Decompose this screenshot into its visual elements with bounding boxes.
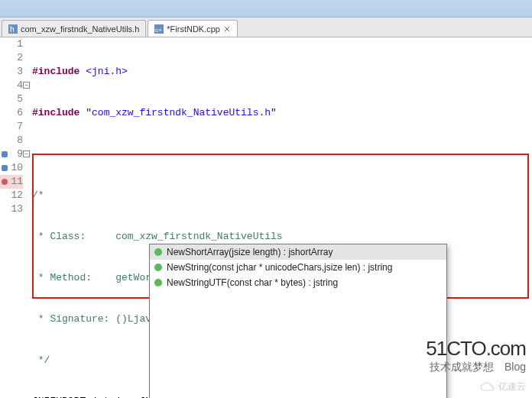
tab-firstndk-cpp[interactable]: c+ *FirstNDK.cpp bbox=[148, 20, 238, 37]
tab-label: *FirstNDK.cpp bbox=[167, 24, 220, 34]
method-icon bbox=[154, 279, 162, 286]
window-titlebar bbox=[0, 0, 532, 18]
line-number: 3 bbox=[0, 65, 23, 79]
code-line: #include "com_xzw_firstndk_NativeUtils.h… bbox=[32, 106, 532, 120]
content-assist-item[interactable]: NewString(const jchar * unicodeChars,jsi… bbox=[150, 260, 446, 275]
line-number: 7 bbox=[0, 120, 23, 134]
line-number: 9 bbox=[0, 147, 23, 161]
method-icon bbox=[154, 264, 162, 271]
line-number: 5 bbox=[0, 92, 23, 106]
line-number: 12 bbox=[0, 189, 23, 202]
h-file-icon: h bbox=[8, 24, 18, 34]
content-assist-list: NewShortArray(jsize length) : jshortArra… bbox=[150, 244, 446, 398]
line-number: 4 bbox=[0, 79, 23, 92]
line-number: 11 bbox=[0, 175, 23, 189]
svg-text:h: h bbox=[10, 25, 15, 34]
cpp-file-icon: c+ bbox=[154, 24, 164, 34]
content-assist-popup[interactable]: NewShortArray(jsize length) : jshortArra… bbox=[149, 244, 447, 398]
line-number: 2 bbox=[0, 51, 23, 65]
svg-text:c+: c+ bbox=[155, 27, 162, 34]
code-line: /* bbox=[32, 189, 532, 202]
assist-label: NewStringUTF(const char * bytes) : jstri… bbox=[167, 277, 338, 288]
line-number: 1 bbox=[0, 37, 23, 51]
assist-label: NewString(const jchar * unicodeChars,jsi… bbox=[167, 262, 392, 273]
line-number: 10 bbox=[0, 161, 23, 175]
close-icon[interactable] bbox=[223, 25, 231, 33]
editor-tab-bar: h com_xzw_firstndk_NativeUtils.h c+ *Fir… bbox=[0, 18, 532, 37]
assist-label: NewShortArray(jsize length) : jshortArra… bbox=[167, 247, 332, 257]
method-icon bbox=[154, 248, 162, 256]
fold-toggle-icon[interactable]: − bbox=[23, 150, 30, 157]
line-number: 13 bbox=[0, 202, 23, 216]
code-line bbox=[32, 147, 532, 161]
code-line: * Class: com_xzw_firstndk_NativeUtils bbox=[32, 230, 532, 244]
line-number: 6 bbox=[0, 106, 23, 120]
line-number-gutter: 1 2 3 4 5 6 7 8 9 10 11 12 13 bbox=[0, 37, 28, 216]
tab-native-utils-h[interactable]: h com_xzw_firstndk_NativeUtils.h bbox=[2, 20, 146, 37]
content-assist-item[interactable]: NewStringUTF(const char * bytes) : jstri… bbox=[150, 275, 446, 290]
code-editor[interactable]: 1 2 3 4 5 6 7 8 9 10 11 12 13 − − #inclu… bbox=[0, 37, 532, 398]
line-number: 8 bbox=[0, 134, 23, 147]
code-line: #include <jni.h> bbox=[32, 65, 532, 79]
fold-toggle-icon[interactable]: − bbox=[23, 82, 30, 89]
content-assist-item[interactable]: NewShortArray(jsize length) : jshortArra… bbox=[150, 244, 446, 260]
tab-label: com_xzw_firstndk_NativeUtils.h bbox=[21, 24, 139, 34]
